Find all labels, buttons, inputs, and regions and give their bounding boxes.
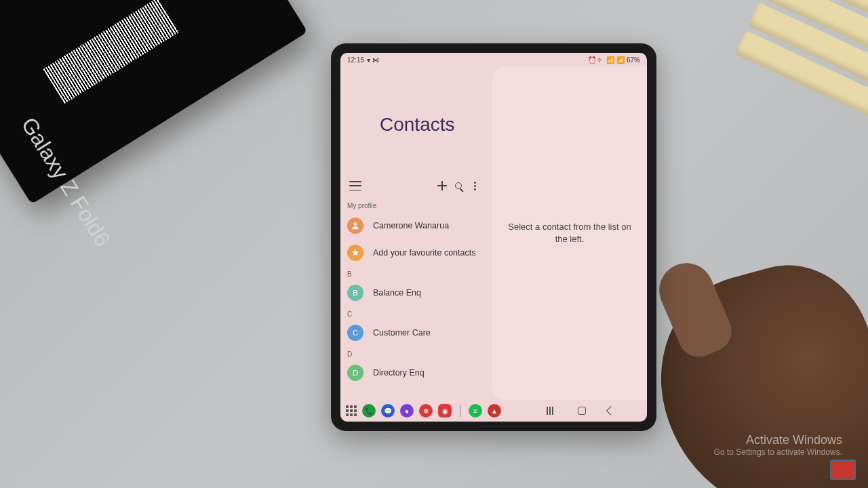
more-button[interactable] [467,178,483,194]
menu-button[interactable] [347,178,363,194]
my-profile-item[interactable]: Camerone Wanarua [340,212,488,239]
prop-wood-blocks [722,0,868,149]
contact-name-label: Customer Care [373,328,431,338]
browser-app-icon[interactable]: ● [400,404,414,418]
status-right-icons: ⏰ ᯤ 📶 📶 [588,56,625,64]
status-time: 12:15 [347,56,364,64]
search-button[interactable] [450,178,467,194]
phone-app-icon[interactable]: 📞 [362,404,376,418]
plus-icon [437,181,447,190]
taskbar: 📞 💬 ● ❄ ◉ ≡ ▲ [340,400,647,422]
nav-bar [547,407,642,415]
windows-activation-watermark: Activate Windows Go to Settings to activ… [714,433,842,457]
prop-box-text: Galaxy Z Fold6 [16,113,115,251]
contact-item-balance-enq[interactable]: B Balance Enq [340,279,488,306]
section-letter-d: D [340,346,488,359]
dock-divider [460,405,460,417]
watermark-title: Activate Windows [714,433,842,447]
contact-item-directory-enq[interactable]: D Directory Enq [340,359,488,386]
nav-back-button[interactable] [606,406,616,415]
status-battery: 67% [627,56,640,64]
contact-detail-pane: Select a contact from the list on the le… [492,66,647,400]
my-profile-section-label: My profile [340,195,488,212]
nav-recent-button[interactable] [547,407,556,415]
messages-app-icon[interactable]: 💬 [381,404,395,418]
contacts-app: Contacts My profile [340,66,647,400]
star-icon [351,249,359,257]
avatar-profile [347,218,363,234]
contacts-list-pane: Contacts My profile [340,66,488,400]
page-title: Contacts [340,66,488,136]
spotify-app-icon[interactable]: ≡ [469,404,482,418]
camera-app-icon[interactable]: ◉ [438,404,452,418]
dock: 📞 💬 ● ❄ ◉ ≡ ▲ [346,404,501,418]
more-vert-icon [474,182,476,190]
nav-home-button[interactable] [578,407,586,415]
avatar-favourites [347,245,363,261]
contact-name-label: Directory Enq [373,368,425,378]
toolbar [340,176,488,195]
apps-drawer-button[interactable] [346,405,357,416]
snow-app-icon[interactable]: ❄ [419,404,433,418]
status-left-icons: ▾ ⋈ [367,56,379,64]
empty-state-text: Select a contact from the list on the le… [506,221,633,245]
person-icon [351,221,360,230]
avatar: C [347,325,363,341]
contact-item-customer-care[interactable]: C Customer Care [340,319,488,346]
section-letter-b: B [340,266,488,279]
prop-box-barcode [43,0,180,104]
phone-device: 12:15 ▾ ⋈ ⏰ ᯤ 📶 📶 67% Contacts [331,43,656,431]
prop-box: Galaxy Z Fold6 [0,0,308,204]
search-icon [455,182,462,189]
watermark-sub: Go to Settings to activate Windows. [714,447,842,457]
phone-screen: 12:15 ▾ ⋈ ⏰ ᯤ 📶 📶 67% Contacts [340,53,647,422]
avatar: D [347,365,363,381]
status-bar: 12:15 ▾ ⋈ ⏰ ᯤ 📶 📶 67% [340,53,647,66]
svg-point-0 [354,222,357,226]
contact-name-label: Balance Enq [373,288,421,298]
add-favourites-item[interactable]: Add your favourite contacts [340,239,488,266]
tray-recorder-icon [830,460,856,480]
hamburger-icon [349,181,361,190]
section-letter-c: C [340,306,488,319]
avatar: B [347,285,363,301]
add-contact-button[interactable] [434,178,450,194]
favourites-label: Add your favourite contacts [373,248,475,258]
profile-name-label: Camerone Wanarua [373,221,449,230]
pdf-app-icon[interactable]: ▲ [488,404,501,418]
